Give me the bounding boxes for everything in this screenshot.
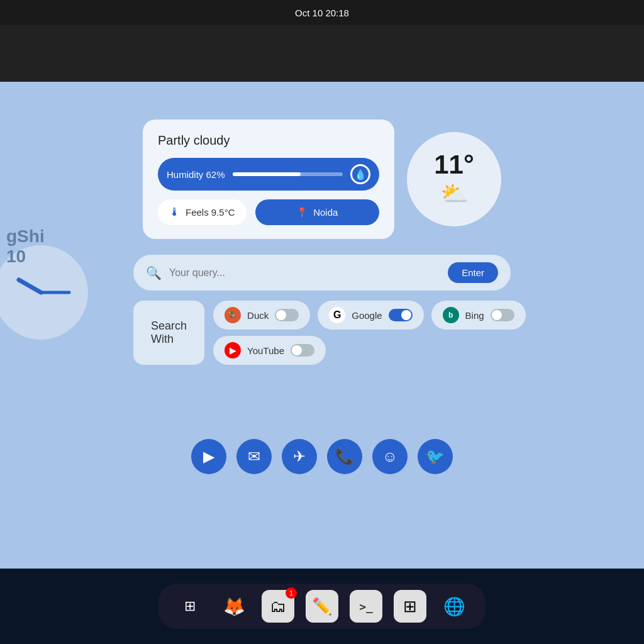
duck-toggle-knob (276, 310, 286, 320)
datetime: Oct 10 20:18 (295, 8, 349, 18)
taskbar: ⊞ 🦊 🗂 1 ✏️ >_ ⊞ 🌐 (0, 569, 644, 644)
google-toggle[interactable] (389, 309, 413, 321)
notes-icon: ✏️ (312, 597, 332, 616)
google-logo: G (329, 307, 345, 323)
bing-toggle-knob (492, 310, 502, 320)
engine-row-2: ▶ YouTube (213, 336, 526, 365)
search-icon: 🔍 (146, 265, 162, 280)
engine-google[interactable]: G Google (318, 301, 423, 330)
google-label: Google (352, 310, 382, 321)
duck-label: Duck (247, 310, 269, 321)
dock-telegram[interactable]: ✈ (282, 439, 317, 474)
taskbar-store[interactable]: ⊞ (394, 590, 426, 623)
enter-button[interactable]: Enter (448, 262, 498, 283)
search-bar: 🔍 Enter (133, 255, 511, 291)
files-icon: 🗂 (270, 597, 286, 616)
svg-line-0 (19, 280, 41, 292)
store-icon: ⊞ (403, 597, 417, 616)
location-name: Noida (313, 207, 338, 218)
youtube-toggle[interactable] (291, 344, 314, 357)
location-icon: 📍 (296, 207, 308, 218)
weather-icon: ⛅ (440, 180, 469, 207)
duck-logo: 🦆 (225, 307, 241, 323)
taskbar-inner: ⊞ 🦊 🗂 1 ✏️ >_ ⊞ 🌐 (158, 584, 486, 629)
bing-toggle[interactable] (491, 309, 514, 321)
taskbar-files[interactable]: 🗂 1 (262, 590, 294, 623)
humidity-fill (233, 172, 301, 176)
humidity-bar: Humidity 62% 💧 (158, 158, 379, 191)
taskbar-chrome[interactable]: 🌐 (438, 590, 470, 623)
duck-toggle[interactable] (275, 309, 299, 321)
taskbar-terminal[interactable]: >_ (350, 590, 382, 623)
engine-row-1: 🦆 Duck G Google b Bing (213, 301, 526, 330)
engine-duck[interactable]: 🦆 Duck (213, 301, 310, 330)
dock-face[interactable]: ☺ (372, 439, 408, 474)
taskbar-firefox[interactable]: 🦊 (218, 590, 250, 623)
temperature-value: 11° (434, 152, 474, 178)
taskbar-notes[interactable]: ✏️ (306, 590, 338, 623)
youtube-logo: ▶ (225, 342, 241, 358)
youtube-label: YouTube (247, 345, 284, 356)
weather-condition: Partly cloudy (158, 133, 379, 148)
left-label: gShi 10 (6, 226, 45, 267)
widget-container: Partly cloudy Humidity 62% 💧 🌡 Feels 9.5… (143, 119, 501, 239)
feels-like: 🌡 Feels 9.5°C (158, 199, 247, 225)
temperature-circle: 11° ⛅ (407, 132, 501, 226)
status-bar: Oct 10 20:18 (0, 0, 644, 25)
dock-phone[interactable]: 📞 (327, 439, 362, 474)
search-engines: 🦆 Duck G Google b Bing (213, 301, 526, 365)
google-toggle-knob (401, 310, 411, 320)
humidity-label: Humidity 62% (167, 169, 225, 180)
dark-strip (0, 25, 644, 82)
bing-label: Bing (465, 310, 484, 321)
main-content: gShi 10 Partly cloudy Humidity 62% 💧 🌡 F… (0, 82, 644, 562)
search-with-label: Search With (133, 301, 204, 365)
engine-bing[interactable]: b Bing (431, 301, 526, 330)
taskbar-apps-grid[interactable]: ⊞ (174, 590, 206, 623)
chrome-icon: 🌐 (443, 596, 465, 617)
bing-logo: b (443, 307, 459, 323)
files-badge: 1 (286, 587, 297, 599)
engine-youtube[interactable]: ▶ YouTube (213, 336, 326, 365)
terminal-icon: >_ (359, 600, 373, 613)
search-input[interactable] (169, 267, 440, 279)
firefox-icon: 🦊 (223, 596, 245, 617)
search-with-panel: Search With 🦆 Duck G Google (133, 301, 511, 365)
humidity-track (233, 172, 343, 176)
app-dock-row: ▶ ✉ ✈ 📞 ☺ 🐦 (191, 439, 453, 474)
thermometer-icon: 🌡 (169, 206, 180, 219)
youtube-toggle-knob (292, 345, 302, 355)
humidity-icon: 💧 (350, 164, 370, 184)
dock-twitter[interactable]: 🐦 (418, 439, 453, 474)
weather-details: 🌡 Feels 9.5°C 📍 Noida (158, 199, 379, 225)
location-button[interactable]: 📍 Noida (255, 199, 379, 225)
feels-like-value: Feels 9.5°C (186, 207, 235, 218)
weather-card: Partly cloudy Humidity 62% 💧 🌡 Feels 9.5… (143, 119, 394, 239)
dock-youtube[interactable]: ▶ (191, 439, 226, 474)
dock-mail[interactable]: ✉ (236, 439, 272, 474)
